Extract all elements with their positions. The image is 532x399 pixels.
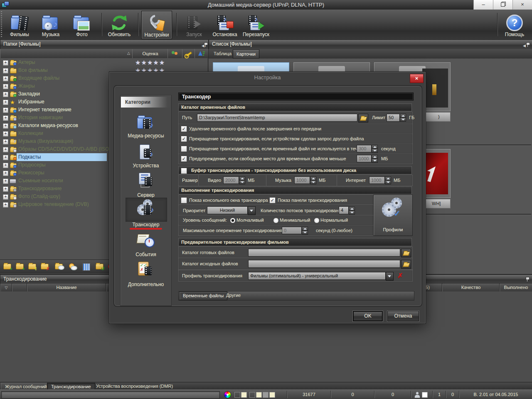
category-server[interactable]: Сервер [122,192,170,198]
source-folder-input[interactable] [248,260,400,268]
tab-other[interactable]: Другие [223,291,244,299]
buffer-internet-input[interactable]: 1000 [369,176,385,184]
toolbar-button-films[interactable]: Фильмы [5,11,34,38]
restore-button[interactable] [493,0,512,10]
expand-icon[interactable] [3,123,8,129]
column-header-name[interactable]: Название [27,283,106,292]
category-transcoder[interactable]: Транскодер [122,222,170,228]
profile-dropdown[interactable]: Фильмы (оптимальный) - универсальный [248,272,386,280]
toolbar-button-help[interactable]: ? Помощь [500,11,530,38]
expand-icon[interactable] [3,108,8,113]
checkbox-transcode-panel[interactable] [269,197,276,203]
close-button[interactable]: × [512,0,532,10]
pin-icon[interactable] [525,277,532,282]
tab-temp-files[interactable]: Временные файлы [179,291,227,300]
expand-icon[interactable] [3,163,8,168]
dialog-close-button[interactable]: × [410,74,424,83]
radio-minimal[interactable] [273,218,279,223]
profiles-button[interactable]: ✓ Профили [373,195,413,236]
checkbox-free-space[interactable] [181,156,187,162]
buffer-video-input[interactable]: 2000 [223,176,239,184]
media-resources-icon[interactable]: ♪ [136,114,155,133]
expand-icon[interactable] [3,100,8,105]
toolbar-button-start[interactable]: Запуск [179,11,209,38]
filter-header-cell[interactable]: ▽ [0,283,12,292]
ahead-input[interactable]: 0 [282,227,302,234]
events-icon[interactable] [136,232,155,251]
expand-icon[interactable] [3,171,8,176]
server-icon[interactable] [136,172,155,191]
expand-icon[interactable] [3,155,8,160]
expand-icon[interactable] [3,76,8,81]
tree-item-actors[interactable]: Актеры [0,59,208,66]
devices-icon[interactable]: ♪ [136,143,155,162]
minimize-button[interactable]: – [473,0,493,10]
stop-unused-input[interactable]: 300 [357,145,372,152]
pin-icon[interactable] [526,42,532,47]
expand-icon[interactable] [3,186,8,192]
checkbox-stop-other-file[interactable] [181,136,187,142]
refresh-folder-icon[interactable]: ↺ [95,262,105,271]
column-button-users[interactable] [167,49,183,58]
tab-cards[interactable]: Карточки [233,49,259,59]
category-events[interactable]: События [122,252,170,257]
ok-button[interactable]: OK [353,311,383,321]
expand-icon[interactable] [3,131,8,137]
advanced-icon[interactable]: ✓✓ ✗ [136,261,155,280]
expand-icon[interactable] [3,84,8,89]
path-input[interactable]: D:\Загрузки\TorrentStream\temp [197,114,357,122]
ready-folder-input[interactable] [248,249,400,257]
category-devices[interactable]: Устройства [122,163,170,169]
priority-dropdown-button[interactable] [248,206,256,215]
weather-icon[interactable] [67,262,77,271]
expand-icon[interactable] [3,179,8,184]
browse-folder-button[interactable] [401,249,411,257]
toolbar-button-photo[interactable]: Фото [67,11,97,38]
column-header-blank[interactable]: △ [0,49,133,58]
column-button-sort[interactable] [195,49,209,58]
category-media-resources[interactable]: Медиа-ресурсы [122,133,170,139]
tab-playback-devices[interactable]: Устройства воспроизведения (DMR) [92,383,177,389]
browse-folder-button[interactable] [358,114,368,122]
checkbox-delete-temp[interactable] [181,126,187,132]
cloud-folder-icon[interactable] [54,262,64,271]
limit-input[interactable]: 50 [387,114,400,122]
expand-icon[interactable] [3,60,8,66]
toolbar-button-settings[interactable]: Настройки [141,11,172,39]
add-folder-icon[interactable]: + [2,262,12,271]
browse-folder-button[interactable] [401,260,411,269]
add-subfolder-icon[interactable]: + [15,262,25,271]
buffer-music-input[interactable]: 1000 [294,176,310,184]
column-header-done[interactable]: Выполнено [499,283,532,292]
profile-dropdown-button[interactable] [386,272,394,281]
column-header-quality[interactable]: Качество [442,283,500,292]
radio-normal[interactable] [314,218,320,223]
category-advanced[interactable]: Дополнительно [122,282,170,287]
checkbox-console-window[interactable] [181,197,187,203]
priority-dropdown[interactable]: Низкий [207,206,248,214]
edit-folder-icon[interactable]: ✎ [27,262,37,271]
column-button-access[interactable] [182,49,195,58]
transcoder-icon[interactable]: ♪ [136,199,155,218]
toolbar-button-refresh[interactable]: Обновить [104,11,134,38]
expand-icon[interactable] [3,194,8,200]
cancel-button[interactable]: Отмена [387,311,419,321]
toolbar-button-stop[interactable]: ♪ Остановка [210,11,240,38]
free-space-input[interactable]: 1000 [357,155,372,162]
expand-icon[interactable] [3,139,8,144]
expand-icon[interactable] [3,147,8,152]
threads-input[interactable]: 4 [339,206,349,214]
expand-icon[interactable] [3,68,8,73]
checkbox-stop-unused[interactable] [181,146,187,152]
radio-silent[interactable] [230,218,236,223]
tab-table[interactable]: Таблица [210,49,235,58]
delete-folder-icon[interactable]: ✗ [40,262,50,271]
expand-icon[interactable] [3,92,8,97]
delete-profile-icon[interactable]: ✗ [397,272,403,279]
toolbar-button-music[interactable]: ♪ Музыка [36,11,66,38]
toolbar-button-restart[interactable]: ♪ Перезапуск [241,11,271,38]
mosaic-icon[interactable] [81,262,91,271]
expand-icon[interactable] [3,202,8,208]
expand-icon[interactable] [3,115,8,121]
column-header-rating[interactable]: Оценка [132,49,168,58]
